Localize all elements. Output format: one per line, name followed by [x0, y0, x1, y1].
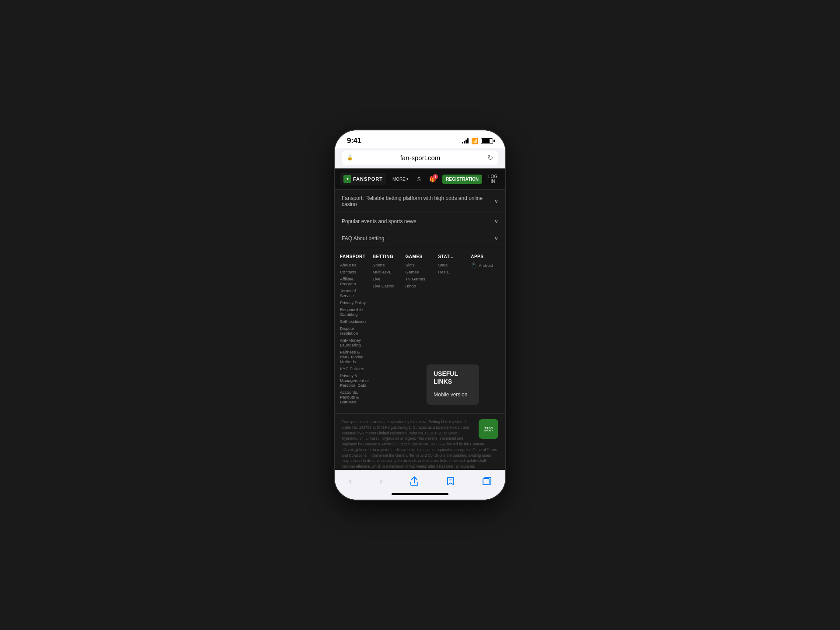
- refresh-icon[interactable]: ↻: [487, 154, 493, 162]
- login-button[interactable]: LOG IN: [486, 172, 500, 186]
- footer-link-fairness[interactable]: Fairness & RNG Testing Methods: [340, 350, 369, 364]
- footer-link-kyc[interactable]: KYC Policies: [340, 366, 369, 371]
- lock-icon: 🔒: [347, 155, 353, 161]
- footer-link-sports[interactable]: Sports: [373, 262, 402, 267]
- android-label: Android: [479, 263, 493, 268]
- gift-badge: 1: [433, 174, 438, 179]
- footer-link-livecasino[interactable]: Live Casino: [373, 284, 402, 288]
- home-bar: [392, 493, 448, 495]
- url-text: fan-sport.com: [356, 154, 485, 161]
- battery-icon: [481, 138, 493, 144]
- svg-rect-1: [483, 479, 489, 485]
- footer-stats-title: STAT...: [438, 254, 467, 259]
- footer-betting-title: BETTING: [373, 254, 402, 259]
- footer-link-accounts[interactable]: Accounts, Payouts & Bonuses: [340, 390, 369, 404]
- signal-icon: [462, 138, 469, 144]
- browser-bottom-nav: ‹ ›: [335, 470, 505, 490]
- home-indicator: [335, 490, 505, 500]
- footer-link-android[interactable]: 📱 Android: [471, 262, 500, 268]
- status-bar: 9:41 📶: [335, 130, 505, 148]
- footer-link-results[interactable]: Resu...: [438, 270, 467, 274]
- footer-link-slots[interactable]: Slots: [406, 262, 435, 267]
- footer-link-tvgames[interactable]: TV Games: [406, 276, 435, 281]
- accordion-fansport-info[interactable]: Fansport: Reliable betting platform with…: [335, 190, 505, 213]
- registration-button[interactable]: REGISTRATION: [442, 175, 482, 184]
- back-button[interactable]: ‹: [345, 474, 355, 489]
- footer-games-title: GAMES: [406, 254, 435, 259]
- more-menu[interactable]: MORE ▾: [390, 175, 411, 183]
- forward-button[interactable]: ›: [376, 474, 386, 489]
- accordion-fansport-label: Fansport: Reliable betting platform with…: [342, 195, 494, 207]
- logo-area[interactable]: ★ FANSPORT: [340, 173, 386, 185]
- footer-fansport-title: FANSPORT: [340, 254, 369, 259]
- footer-link-live[interactable]: Live: [373, 276, 402, 281]
- more-chevron-icon: ▾: [406, 177, 409, 181]
- footer-apps-title: APPS: [471, 254, 500, 259]
- browser-bar: 🔒 fan-sport.com ↻: [335, 148, 505, 168]
- accordion-faq[interactable]: FAQ About betting ∨: [335, 230, 505, 247]
- android-icon: 📱: [471, 262, 477, 268]
- footer-link-contacts[interactable]: Contacts: [340, 270, 369, 274]
- footer-link-aml[interactable]: Anti-Money Laundering: [340, 338, 369, 347]
- footer-col-fansport: FANSPORT About us Contacts Affiliate Pro…: [340, 254, 369, 406]
- footer-link-games[interactable]: Games: [406, 270, 435, 274]
- accordion-faq-chevron: ∨: [494, 235, 498, 242]
- accordion-popular-label: Popular events and sports news: [342, 218, 416, 224]
- useful-links-popup: USEFULLINKS Mobile version: [427, 364, 479, 405]
- footer-link-selfexclusion[interactable]: Self-exclusion: [340, 319, 369, 324]
- website-content: ★ FANSPORT MORE ▾ $ 🎁 1 REGISTRATION LOG…: [335, 168, 505, 470]
- tabs-button[interactable]: [479, 475, 495, 487]
- legal-logo: ★ FANSPORT: [479, 419, 498, 439]
- footer-link-multilive[interactable]: Multi-LIVE: [373, 270, 402, 274]
- footer-link-privacy-mgmt[interactable]: Privacy & Management of Personal Data: [340, 373, 369, 388]
- footer-link-terms[interactable]: Terms of Service: [340, 288, 369, 298]
- footer-link-affiliate[interactable]: Affiliate Program: [340, 276, 369, 286]
- logo-text: FANSPORT: [353, 176, 383, 182]
- legal-text: Fan-sport.com is owned and operated by I…: [342, 419, 498, 469]
- footer-link-stats[interactable]: Stats: [438, 262, 467, 267]
- settings-icon[interactable]: ⚙ ▾: [504, 174, 505, 184]
- footer-columns: FANSPORT About us Contacts Affiliate Pro…: [335, 247, 505, 413]
- site-navbar: ★ FANSPORT MORE ▾ $ 🎁 1 REGISTRATION LOG…: [335, 168, 505, 190]
- more-label: MORE: [392, 177, 406, 182]
- legal-section: ★ FANSPORT Fan-sport.com is owned and op…: [335, 413, 505, 470]
- footer-link-bingo[interactable]: Bingo: [406, 284, 435, 288]
- footer-col-betting: BETTING Sports Multi-LIVE Live Live Casi…: [373, 254, 402, 406]
- useful-links-title: USEFULLINKS: [434, 370, 472, 385]
- share-button[interactable]: [406, 475, 422, 488]
- gift-icon[interactable]: 🎁 1: [427, 174, 439, 184]
- accordion-faq-label: FAQ About betting: [342, 235, 384, 242]
- footer-link-responsible[interactable]: Responsible Gambling: [340, 307, 369, 317]
- address-bar[interactable]: 🔒 fan-sport.com ↻: [342, 150, 498, 165]
- accordion-popular-chevron: ∨: [494, 218, 498, 224]
- currency-icon[interactable]: $: [415, 174, 423, 184]
- status-time: 9:41: [347, 136, 361, 145]
- footer-link-about[interactable]: About us: [340, 262, 369, 267]
- footer-link-dispute[interactable]: Dispute resolution: [340, 326, 369, 336]
- footer-link-privacy[interactable]: Privacy Policy: [340, 300, 369, 305]
- useful-links-mobile[interactable]: Mobile version: [434, 390, 472, 399]
- accordion-popular-events[interactable]: Popular events and sports news ∨: [335, 213, 505, 230]
- status-icons: 📶: [462, 138, 493, 144]
- bookmarks-button[interactable]: [443, 475, 458, 488]
- fansport-logo-icon: ★: [343, 175, 351, 183]
- accordion-fansport-chevron: ∨: [494, 198, 498, 204]
- wifi-icon: 📶: [471, 138, 478, 144]
